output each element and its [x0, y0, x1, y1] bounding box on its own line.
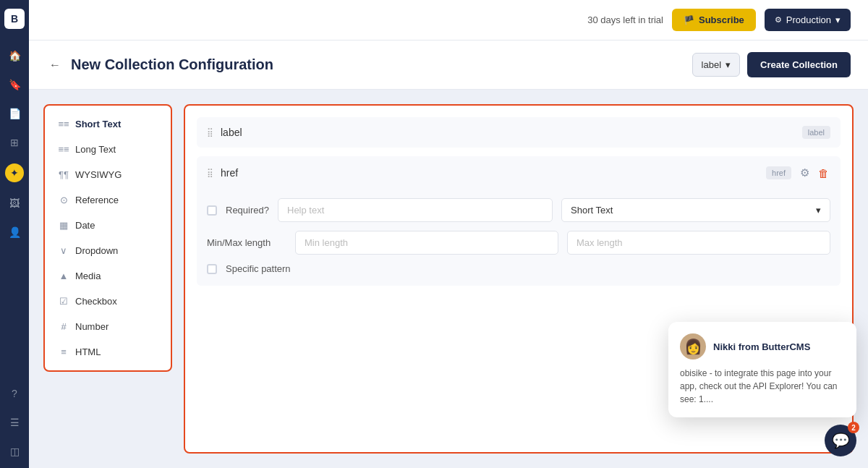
sidebar-layers-icon[interactable]: ◫: [7, 443, 22, 459]
field-type-label: Date: [75, 220, 95, 231]
field-type-label: Short Text: [75, 119, 121, 129]
chat-bubble-button[interactable]: 💬 2: [825, 425, 856, 456]
date-icon: ▦: [58, 220, 69, 231]
required-label: Required?: [226, 205, 269, 216]
field-type-label: Dropdown: [75, 245, 118, 256]
page-title-row: ← New Collection Configuration: [46, 56, 273, 73]
chat-widget: 💬 2: [825, 425, 856, 456]
header-actions: label ▾ Create Collection: [692, 52, 851, 77]
field-type-label: Number: [75, 321, 109, 332]
media-icon: ▲: [58, 271, 69, 281]
required-checkbox[interactable]: [207, 205, 217, 216]
delete-icon[interactable]: 🗑: [817, 166, 830, 181]
field-type-date[interactable]: ▦ Date: [48, 213, 168, 238]
field-type-label: HTML: [75, 346, 101, 357]
chat-badge: 2: [848, 422, 859, 433]
chat-icon: 💬: [832, 432, 850, 449]
sidebar: B 🏠 🔖 📄 ⊞ ✦ 🖼 👤 ? ☰ ◫: [0, 0, 29, 468]
back-button[interactable]: ←: [46, 57, 64, 73]
label-field-row: ⣿ label: [197, 117, 841, 148]
sidebar-list-icon[interactable]: ☰: [7, 414, 22, 430]
sidebar-question-icon[interactable]: ?: [7, 386, 22, 401]
label-dropdown-value: label: [702, 59, 721, 70]
field-type-label: Checkbox: [75, 296, 117, 307]
field-type-number[interactable]: # Number: [48, 314, 168, 339]
sidebar-image-icon[interactable]: 🖼: [7, 195, 22, 211]
field-type-html[interactable]: ≡ HTML: [48, 339, 168, 365]
field-type-media[interactable]: ▲ Media: [48, 263, 168, 289]
chat-sender: Nikki from ButterCMS: [713, 341, 810, 352]
sidebar-bookmark-icon[interactable]: 🔖: [7, 77, 22, 93]
create-collection-button[interactable]: Create Collection: [747, 52, 851, 77]
help-text-input[interactable]: [278, 198, 553, 222]
dropdown-icon: ∨: [58, 245, 69, 256]
sidebar-home-icon[interactable]: 🏠: [7, 48, 22, 64]
production-icon: ⚙: [775, 15, 782, 25]
href-field-badge: href: [766, 166, 791, 179]
min-length-input[interactable]: [295, 231, 558, 255]
long-text-icon: ≡≡: [58, 144, 69, 155]
field-type-label: Reference: [75, 195, 119, 205]
href-field-row: ⣿ href ⚙ 🗑 Required?: [197, 156, 841, 286]
required-row: Required? Short Text ▾: [207, 198, 830, 222]
type-select[interactable]: Short Text ▾: [561, 198, 830, 222]
subscribe-button[interactable]: 🏴 Subscribe: [672, 9, 756, 31]
label-field-input[interactable]: [221, 127, 795, 138]
field-type-checkbox[interactable]: ☑ Checkbox: [48, 289, 168, 314]
field-options: Required? Short Text ▾ Min/Max length: [197, 190, 841, 286]
chat-popup: 👩 Nikki from ButterCMS obisike - to inte…: [668, 322, 856, 417]
pattern-row: Specific pattern: [207, 263, 830, 274]
trial-text: 30 days left in trial: [587, 14, 663, 25]
field-type-wysiwyg[interactable]: ¶¶ WYSIWYG: [48, 162, 168, 187]
field-type-label: Long Text: [75, 144, 116, 155]
pattern-label: Specific pattern: [226, 263, 291, 274]
sidebar-grid-icon[interactable]: ⊞: [7, 135, 22, 150]
max-length-input[interactable]: [567, 231, 830, 255]
drag-handle-icon[interactable]: ⣿: [207, 127, 213, 137]
label-field-badge: label: [802, 126, 830, 139]
settings-icon[interactable]: ⚙: [799, 165, 811, 181]
minmax-row: Min/Max length: [207, 231, 830, 255]
href-field-input[interactable]: [221, 167, 759, 179]
subscribe-flag-icon: 🏴: [684, 15, 694, 25]
production-chevron-icon: ▾: [835, 14, 841, 25]
label-dropdown[interactable]: label ▾: [692, 53, 740, 77]
reference-icon: ⊙: [58, 195, 69, 205]
page-title: New Collection Configuration: [71, 56, 273, 73]
number-icon: #: [58, 321, 69, 332]
chat-avatar: 👩: [680, 333, 706, 359]
minmax-label: Min/Max length: [207, 237, 286, 248]
chat-popup-header: 👩 Nikki from ButterCMS: [680, 333, 845, 359]
topbar: 30 days left in trial 🏴 Subscribe ⚙ Prod…: [29, 0, 868, 41]
href-drag-handle-icon[interactable]: ⣿: [207, 168, 213, 178]
field-type-reference[interactable]: ⊙ Reference: [48, 187, 168, 213]
sidebar-person-icon[interactable]: 👤: [7, 224, 22, 240]
type-select-chevron-icon: ▾: [816, 205, 821, 216]
href-field-row-top: ⣿ href ⚙ 🗑: [197, 156, 841, 190]
label-dropdown-chevron-icon: ▾: [726, 59, 731, 70]
page-header: ← New Collection Configuration label ▾ C…: [29, 41, 868, 90]
field-type-long-text[interactable]: ≡≡ Long Text: [48, 137, 168, 162]
production-button[interactable]: ⚙ Production ▾: [765, 9, 851, 31]
chat-message: obisike - to integrate this page into yo…: [680, 367, 845, 406]
wysiwyg-icon: ¶¶: [58, 169, 69, 180]
html-icon: ≡: [58, 346, 69, 357]
pattern-checkbox[interactable]: [207, 264, 217, 274]
checkbox-icon: ☑: [58, 296, 69, 307]
sidebar-star-icon[interactable]: ✦: [5, 163, 24, 182]
field-type-dropdown[interactable]: ∨ Dropdown: [48, 238, 168, 263]
href-field-actions: ⚙ 🗑: [799, 165, 830, 181]
sidebar-page-icon[interactable]: 📄: [7, 106, 22, 122]
field-type-label: WYSIWYG: [75, 169, 122, 180]
field-type-panel: ≡≡ Short Text ≡≡ Long Text ¶¶ WYSIWYG ⊙ …: [43, 104, 172, 372]
field-type-short-text[interactable]: ≡≡ Short Text: [48, 111, 168, 137]
app-logo[interactable]: B: [4, 9, 25, 29]
type-select-value: Short Text: [571, 205, 613, 216]
short-text-icon: ≡≡: [58, 119, 69, 129]
field-type-label: Media: [75, 271, 101, 281]
